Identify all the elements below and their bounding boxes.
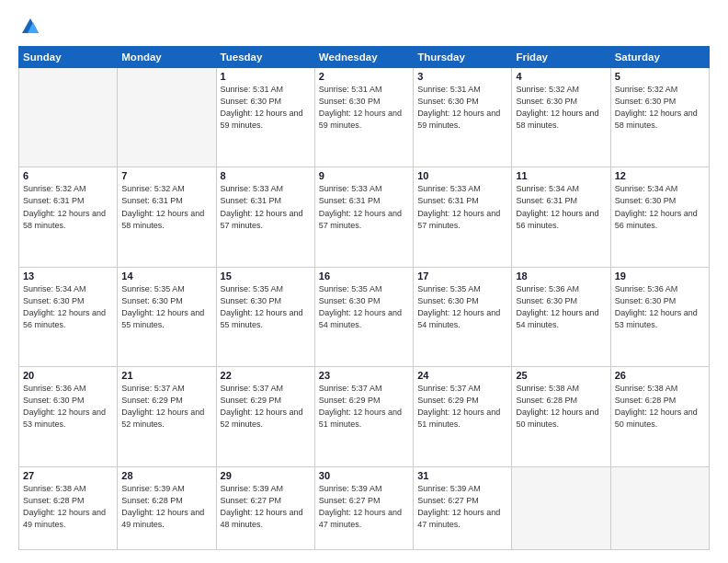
calendar-cell: 1Sunrise: 5:31 AMSunset: 6:30 PMDaylight… (216, 68, 314, 167)
day-info: Sunrise: 5:33 AMSunset: 6:31 PMDaylight:… (319, 183, 409, 231)
day-info: Sunrise: 5:38 AMSunset: 6:28 PMDaylight:… (615, 383, 705, 431)
day-info: Sunrise: 5:32 AMSunset: 6:31 PMDaylight:… (23, 183, 113, 231)
calendar-cell: 4Sunrise: 5:32 AMSunset: 6:30 PMDaylight… (512, 68, 610, 167)
calendar-cell: 31Sunrise: 5:39 AMSunset: 6:27 PMDayligh… (414, 466, 512, 549)
day-number: 12 (615, 170, 705, 181)
day-number: 26 (615, 370, 705, 381)
day-info: Sunrise: 5:34 AMSunset: 6:30 PMDaylight:… (23, 283, 113, 331)
logo (18, 17, 40, 37)
weekday-header-thursday: Thursday (414, 47, 512, 68)
day-number: 28 (121, 470, 211, 481)
day-info: Sunrise: 5:33 AMSunset: 6:31 PMDaylight:… (221, 183, 311, 231)
day-number: 6 (23, 170, 113, 181)
day-info: Sunrise: 5:39 AMSunset: 6:27 PMDaylight:… (319, 483, 409, 531)
day-info: Sunrise: 5:32 AMSunset: 6:30 PMDaylight:… (516, 84, 606, 132)
day-info: Sunrise: 5:31 AMSunset: 6:30 PMDaylight:… (319, 84, 409, 132)
page: SundayMondayTuesdayWednesdayThursdayFrid… (0, 0, 728, 563)
day-number: 31 (417, 470, 507, 481)
calendar-cell: 30Sunrise: 5:39 AMSunset: 6:27 PMDayligh… (314, 466, 413, 549)
calendar-cell: 25Sunrise: 5:38 AMSunset: 6:28 PMDayligh… (512, 367, 610, 466)
day-number: 13 (23, 270, 113, 282)
day-number: 2 (319, 71, 409, 82)
calendar-cell: 14Sunrise: 5:35 AMSunset: 6:30 PMDayligh… (118, 267, 216, 366)
weekday-header-monday: Monday (118, 47, 216, 68)
calendar-cell: 10Sunrise: 5:33 AMSunset: 6:31 PMDayligh… (414, 167, 512, 267)
day-number: 1 (221, 71, 311, 82)
calendar-cell (19, 68, 118, 167)
day-info: Sunrise: 5:34 AMSunset: 6:30 PMDaylight:… (615, 183, 705, 231)
calendar-cell: 17Sunrise: 5:35 AMSunset: 6:30 PMDayligh… (414, 267, 512, 366)
week-row-1: 1Sunrise: 5:31 AMSunset: 6:30 PMDaylight… (19, 68, 710, 167)
day-number: 29 (221, 470, 311, 481)
calendar-cell: 27Sunrise: 5:38 AMSunset: 6:28 PMDayligh… (19, 466, 118, 549)
day-info: Sunrise: 5:36 AMSunset: 6:30 PMDaylight:… (23, 383, 113, 431)
calendar-cell: 5Sunrise: 5:32 AMSunset: 6:30 PMDaylight… (610, 68, 709, 167)
calendar-cell: 3Sunrise: 5:31 AMSunset: 6:30 PMDaylight… (414, 68, 512, 167)
day-number: 25 (516, 370, 606, 381)
day-number: 4 (516, 71, 606, 82)
week-row-2: 6Sunrise: 5:32 AMSunset: 6:31 PMDaylight… (19, 167, 710, 267)
day-number: 23 (319, 370, 409, 381)
calendar-cell (512, 466, 610, 549)
day-number: 8 (221, 170, 311, 181)
weekday-header-row: SundayMondayTuesdayWednesdayThursdayFrid… (19, 47, 710, 68)
calendar-cell: 20Sunrise: 5:36 AMSunset: 6:30 PMDayligh… (19, 367, 118, 466)
weekday-header-sunday: Sunday (19, 47, 118, 68)
weekday-header-friday: Friday (512, 47, 610, 68)
week-row-4: 20Sunrise: 5:36 AMSunset: 6:30 PMDayligh… (19, 367, 710, 466)
day-number: 9 (319, 170, 409, 181)
calendar-cell: 6Sunrise: 5:32 AMSunset: 6:31 PMDaylight… (19, 167, 118, 267)
day-number: 3 (417, 71, 507, 82)
calendar-cell: 11Sunrise: 5:34 AMSunset: 6:31 PMDayligh… (512, 167, 610, 267)
day-number: 27 (23, 470, 113, 481)
day-info: Sunrise: 5:35 AMSunset: 6:30 PMDaylight:… (319, 283, 409, 331)
day-number: 24 (417, 370, 507, 381)
day-info: Sunrise: 5:38 AMSunset: 6:28 PMDaylight:… (516, 383, 606, 431)
day-number: 30 (319, 470, 409, 481)
calendar-cell: 29Sunrise: 5:39 AMSunset: 6:27 PMDayligh… (216, 466, 314, 549)
day-info: Sunrise: 5:39 AMSunset: 6:27 PMDaylight:… (417, 483, 507, 531)
weekday-header-wednesday: Wednesday (314, 47, 413, 68)
day-number: 17 (417, 270, 507, 282)
calendar-cell: 26Sunrise: 5:38 AMSunset: 6:28 PMDayligh… (610, 367, 709, 466)
day-number: 5 (615, 71, 705, 82)
weekday-header-saturday: Saturday (610, 47, 709, 68)
calendar-cell (610, 466, 709, 549)
day-info: Sunrise: 5:39 AMSunset: 6:27 PMDaylight:… (221, 483, 311, 531)
week-row-5: 27Sunrise: 5:38 AMSunset: 6:28 PMDayligh… (19, 466, 710, 549)
calendar-cell: 15Sunrise: 5:35 AMSunset: 6:30 PMDayligh… (216, 267, 314, 366)
calendar-cell: 24Sunrise: 5:37 AMSunset: 6:29 PMDayligh… (414, 367, 512, 466)
day-number: 19 (615, 270, 705, 282)
day-number: 20 (23, 370, 113, 381)
day-info: Sunrise: 5:35 AMSunset: 6:30 PMDaylight:… (221, 283, 311, 331)
day-number: 7 (121, 170, 211, 181)
day-info: Sunrise: 5:37 AMSunset: 6:29 PMDaylight:… (121, 383, 211, 431)
calendar-cell: 2Sunrise: 5:31 AMSunset: 6:30 PMDaylight… (314, 68, 413, 167)
day-number: 14 (121, 270, 211, 282)
day-info: Sunrise: 5:32 AMSunset: 6:30 PMDaylight:… (615, 84, 705, 132)
calendar-cell: 12Sunrise: 5:34 AMSunset: 6:30 PMDayligh… (610, 167, 709, 267)
calendar-cell (118, 68, 216, 167)
day-info: Sunrise: 5:38 AMSunset: 6:28 PMDaylight:… (23, 483, 113, 531)
calendar-cell: 8Sunrise: 5:33 AMSunset: 6:31 PMDaylight… (216, 167, 314, 267)
day-info: Sunrise: 5:31 AMSunset: 6:30 PMDaylight:… (221, 84, 311, 132)
day-info: Sunrise: 5:32 AMSunset: 6:31 PMDaylight:… (121, 183, 211, 231)
day-info: Sunrise: 5:35 AMSunset: 6:30 PMDaylight:… (417, 283, 507, 331)
calendar-cell: 13Sunrise: 5:34 AMSunset: 6:30 PMDayligh… (19, 267, 118, 366)
day-number: 11 (516, 170, 606, 181)
day-number: 22 (221, 370, 311, 381)
day-info: Sunrise: 5:34 AMSunset: 6:31 PMDaylight:… (516, 183, 606, 231)
day-info: Sunrise: 5:36 AMSunset: 6:30 PMDaylight:… (615, 283, 705, 331)
day-info: Sunrise: 5:31 AMSunset: 6:30 PMDaylight:… (417, 84, 507, 132)
day-number: 10 (417, 170, 507, 181)
week-row-3: 13Sunrise: 5:34 AMSunset: 6:30 PMDayligh… (19, 267, 710, 366)
day-number: 18 (516, 270, 606, 282)
calendar-cell: 23Sunrise: 5:37 AMSunset: 6:29 PMDayligh… (314, 367, 413, 466)
day-info: Sunrise: 5:37 AMSunset: 6:29 PMDaylight:… (417, 383, 507, 431)
weekday-header-tuesday: Tuesday (216, 47, 314, 68)
day-info: Sunrise: 5:33 AMSunset: 6:31 PMDaylight:… (417, 183, 507, 231)
day-number: 16 (319, 270, 409, 282)
calendar-cell: 21Sunrise: 5:37 AMSunset: 6:29 PMDayligh… (118, 367, 216, 466)
header (18, 17, 710, 37)
day-info: Sunrise: 5:36 AMSunset: 6:30 PMDaylight:… (516, 283, 606, 331)
